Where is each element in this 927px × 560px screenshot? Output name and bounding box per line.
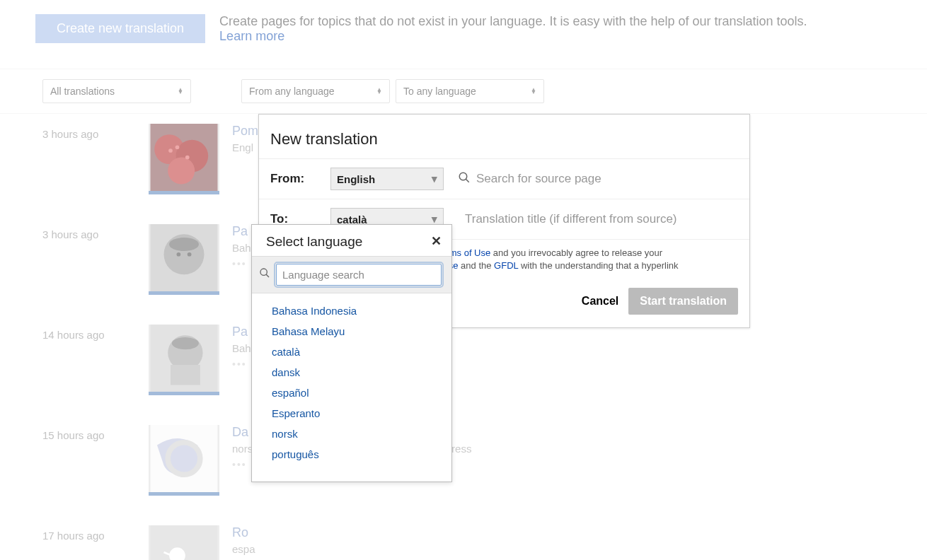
thumbnail <box>149 325 219 395</box>
svg-point-23 <box>459 173 467 180</box>
filter-to-language[interactable]: To any language▲▼ <box>396 79 544 103</box>
filter-status[interactable]: All translations▲▼ <box>42 79 191 103</box>
thumbnail <box>149 124 219 194</box>
svg-point-20 <box>169 547 185 560</box>
from-language-select[interactable]: English▾ <box>330 168 444 190</box>
cancel-button[interactable]: Cancel <box>582 288 618 315</box>
svg-point-17 <box>168 443 200 475</box>
language-list: Bahasa Indonesia Bahasa Melayu català da… <box>252 293 451 482</box>
timestamp: 17 hours ago <box>42 525 149 560</box>
svg-point-10 <box>177 252 181 257</box>
source-page-search[interactable] <box>471 169 738 189</box>
list-item: 14 hours ago Pa Baha ••• <box>42 315 885 415</box>
search-icon <box>458 171 471 187</box>
item-title[interactable]: Ro <box>232 525 885 540</box>
svg-point-5 <box>175 145 180 149</box>
translation-title-input[interactable] <box>459 209 738 229</box>
filters-row: All translations▲▼ From any language▲▼ T… <box>0 69 927 114</box>
timestamp: 3 hours ago <box>42 124 149 194</box>
language-option[interactable]: català <box>252 342 451 362</box>
svg-point-6 <box>185 156 190 160</box>
language-option[interactable]: norsk <box>252 424 451 444</box>
svg-point-25 <box>260 269 267 275</box>
thumbnail <box>149 525 219 560</box>
thumbnail <box>149 425 219 496</box>
language-option[interactable]: español <box>252 383 451 403</box>
svg-point-11 <box>188 252 192 257</box>
svg-point-4 <box>168 148 173 153</box>
popover-title: Select language <box>266 233 362 250</box>
svg-point-9 <box>169 238 199 251</box>
timestamp: 3 hours ago <box>42 224 149 295</box>
search-icon <box>259 267 270 281</box>
list-item: 17 hours ago Ro espa <box>42 515 885 560</box>
svg-rect-15 <box>171 365 200 385</box>
svg-line-22 <box>164 552 180 559</box>
svg-point-2 <box>176 140 209 173</box>
modal-title: New translation <box>259 115 749 158</box>
svg-line-24 <box>466 179 469 182</box>
sort-icon: ▲▼ <box>531 88 536 94</box>
list-item: 15 hours ago Da nors ogress ••• <box>42 415 885 515</box>
svg-rect-7 <box>151 224 218 291</box>
svg-point-8 <box>164 234 205 274</box>
svg-point-3 <box>168 158 195 185</box>
language-selector-popover: Select language ✕ Bahasa Indonesia Bahas… <box>251 224 452 482</box>
language-option[interactable]: Bahasa Indonesia <box>252 301 451 321</box>
svg-rect-12 <box>151 325 218 392</box>
learn-more-link[interactable]: Learn more <box>219 29 284 43</box>
svg-rect-16 <box>151 425 218 492</box>
create-translation-button[interactable]: Create new translation <box>35 14 205 43</box>
close-icon[interactable]: ✕ <box>431 233 442 249</box>
header-section: Create new translation Create pages for … <box>0 0 927 69</box>
svg-point-14 <box>172 337 199 349</box>
translation-list: 3 hours ago Pomegranate Engl 3 hours ago… <box>0 114 927 560</box>
svg-line-26 <box>266 274 269 277</box>
language-option[interactable]: Bahasa Melayu <box>252 321 451 342</box>
filter-from-language[interactable]: From any language▲▼ <box>241 79 390 103</box>
sort-icon: ▲▼ <box>178 88 183 94</box>
svg-point-13 <box>168 335 202 370</box>
timestamp: 14 hours ago <box>42 325 149 395</box>
header-description: Create pages for topics that do not exis… <box>219 14 807 44</box>
thumbnail <box>149 224 219 295</box>
start-translation-button[interactable]: Start translation <box>628 288 738 315</box>
from-label: From: <box>270 172 330 186</box>
language-search-input[interactable] <box>276 264 442 286</box>
sort-icon: ▲▼ <box>376 88 382 94</box>
language-option[interactable]: português <box>252 444 451 465</box>
svg-point-1 <box>154 134 184 164</box>
svg-rect-18 <box>151 525 218 560</box>
language-option[interactable]: dansk <box>252 362 451 383</box>
chevron-down-icon: ▾ <box>432 173 437 185</box>
svg-rect-0 <box>151 124 218 191</box>
language-option[interactable]: Esperanto <box>252 403 451 424</box>
item-meta: espa <box>232 543 885 555</box>
timestamp: 15 hours ago <box>42 425 149 496</box>
gfdl-link[interactable]: GFDL <box>494 260 518 271</box>
